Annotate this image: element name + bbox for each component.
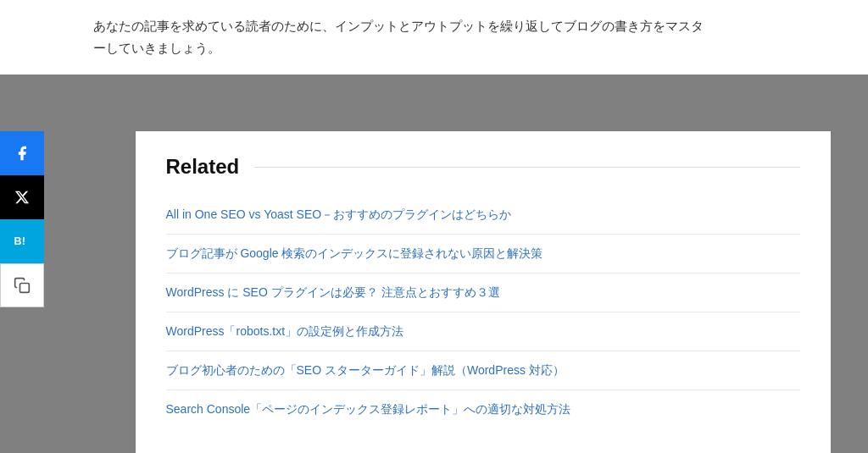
top-paragraph: あなたの記事を求めている読者のために、インプットとアウトプットを繰り返してブログ… <box>93 15 775 59</box>
related-card: Related All in One SEO vs Yoast SEO－おすすめ… <box>136 131 831 453</box>
social-sidebar: B! <box>0 131 44 307</box>
page-background: あなたの記事を求めている読者のために、インプットとアウトプットを繰り返してブログ… <box>0 0 868 453</box>
related-link-5[interactable]: Search Console「ページのインデックス登録レポート」への適切な対処方… <box>166 402 571 416</box>
related-link-3[interactable]: WordPress「robots.txt」の設定例と作成方法 <box>166 324 404 338</box>
related-divider <box>254 167 799 168</box>
related-list: All in One SEO vs Yoast SEO－おすすめのプラグインはど… <box>166 196 800 428</box>
related-link-1[interactable]: ブログ記事が Google 検索のインデックスに登録されない原因と解決策 <box>166 246 543 260</box>
main-content-area: Related All in One SEO vs Yoast SEO－おすすめ… <box>72 131 868 453</box>
facebook-icon <box>12 143 32 163</box>
list-item: WordPress に SEO プラグインは必要？ 注意点とおすすめ３選 <box>166 273 800 312</box>
twitter-button[interactable] <box>0 175 44 219</box>
list-item: WordPress「robots.txt」の設定例と作成方法 <box>166 312 800 351</box>
hatena-button[interactable]: B! <box>0 219 44 263</box>
top-text-area: あなたの記事を求めている読者のために、インプットとアウトプットを繰り返してブログ… <box>0 0 868 75</box>
related-link-0[interactable]: All in One SEO vs Yoast SEO－おすすめのプラグインはど… <box>166 207 512 221</box>
facebook-button[interactable] <box>0 131 44 175</box>
list-item: Search Console「ページのインデックス登録レポート」への適切な対処方… <box>166 390 800 428</box>
svg-rect-1 <box>20 284 30 293</box>
list-item: ブログ初心者のための「SEO スターターガイド」解説（WordPress 対応） <box>166 351 800 390</box>
copy-button[interactable] <box>0 263 44 307</box>
related-header: Related <box>166 155 800 179</box>
copy-icon <box>12 275 32 296</box>
related-title: Related <box>166 155 240 179</box>
x-icon <box>12 187 32 207</box>
list-item: All in One SEO vs Yoast SEO－おすすめのプラグインはど… <box>166 196 800 235</box>
svg-text:B!: B! <box>14 235 25 247</box>
hatena-icon: B! <box>12 231 32 251</box>
list-item: ブログ記事が Google 検索のインデックスに登録されない原因と解決策 <box>166 235 800 273</box>
related-link-2[interactable]: WordPress に SEO プラグインは必要？ 注意点とおすすめ３選 <box>166 285 500 299</box>
related-link-4[interactable]: ブログ初心者のための「SEO スターターガイド」解説（WordPress 対応） <box>166 363 565 377</box>
